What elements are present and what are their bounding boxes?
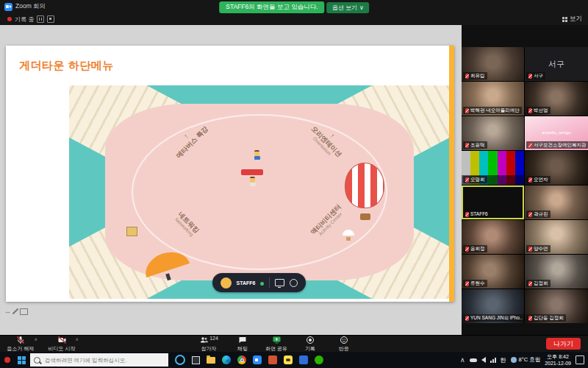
mic-muted-icon bbox=[528, 212, 532, 217]
record-button[interactable]: 기록 bbox=[293, 336, 327, 353]
network-icon[interactable] bbox=[490, 358, 496, 363]
participants-icon: 124 bbox=[199, 336, 218, 345]
status-online-icon bbox=[260, 282, 264, 286]
chevron-up-icon[interactable]: ∧ bbox=[76, 336, 79, 342]
participant-name-badge: 박선영 bbox=[526, 107, 551, 114]
smiley-icon bbox=[340, 336, 348, 345]
start-video-button[interactable]: ∧ 비디오 시작 bbox=[41, 336, 82, 353]
volume-icon[interactable] bbox=[481, 357, 486, 363]
powerpoint-icon[interactable] bbox=[268, 355, 278, 365]
kakaotalk-icon[interactable] bbox=[283, 355, 293, 365]
mic-muted-icon bbox=[528, 74, 532, 79]
screen-share-banner-group: STAFF6의 화면을 보고 있습니다. 옵션 보기 ∨ bbox=[219, 1, 369, 13]
participant-tile[interactable]: 류현수 bbox=[462, 255, 524, 289]
toolbar-center-group: 124 참가자 채팅 화면 공유 기록 bbox=[192, 336, 361, 353]
crate-icon bbox=[126, 227, 137, 236]
participant-tile[interactable]: 박선영 bbox=[525, 82, 588, 116]
participant-tile[interactable]: 서구 서구 bbox=[525, 47, 588, 81]
chrome-browser-icon[interactable] bbox=[237, 355, 247, 365]
file-explorer-icon[interactable] bbox=[206, 355, 216, 365]
participant-tile[interactable]: 곽규린 bbox=[525, 185, 588, 219]
participant-name: 김단동 김정희 bbox=[534, 315, 564, 321]
weather-widget[interactable]: 8°C 흐림 bbox=[511, 356, 541, 364]
share-screen-icon bbox=[272, 336, 282, 345]
gather-bottom-menu: STAFF6 bbox=[212, 273, 306, 292]
participant-name: 김정희 bbox=[534, 280, 548, 286]
mic-muted-icon bbox=[465, 143, 469, 148]
mic-muted-icon bbox=[528, 177, 532, 183]
language-indicator[interactable]: 한 bbox=[501, 356, 506, 364]
onedrive-icon[interactable] bbox=[470, 358, 477, 362]
participant-name-badge: 오명희 bbox=[463, 176, 487, 183]
chevron-up-icon[interactable]: ∧ bbox=[35, 336, 37, 342]
resize-arrows-icon[interactable]: ↔ bbox=[4, 308, 11, 315]
participant-name-badge: 김정희 bbox=[526, 280, 551, 287]
participants-video-sidebar: 최유림 서구 서구 박혜련 네오아틀리에안 박선영 조윤택 anyedu_sen… bbox=[462, 25, 588, 335]
mic-muted-icon bbox=[465, 74, 469, 79]
stop-recording-button[interactable] bbox=[47, 15, 54, 23]
mic-muted-icon bbox=[465, 177, 469, 183]
cortana-icon[interactable] bbox=[175, 355, 185, 365]
mic-muted-icon bbox=[528, 316, 532, 321]
participant-tile[interactable]: 김단동 김정희 bbox=[525, 289, 588, 323]
participant-name-badge: 김단동 김정희 bbox=[526, 314, 566, 322]
participant-name: 박혜련 네오아틀리에안 bbox=[470, 107, 520, 113]
participant-name-badge: 서구보건소장애인복지관 bbox=[526, 141, 588, 149]
gather-user-name: STAFF6 bbox=[237, 280, 256, 286]
smiley-icon bbox=[290, 279, 298, 287]
participants-button[interactable]: 124 참가자 bbox=[192, 336, 226, 353]
participant-tile[interactable]: 박혜련 네오아틀리에안 bbox=[462, 82, 524, 116]
participant-name: 곽규린 bbox=[534, 211, 548, 217]
participant-tile[interactable]: 최유림 bbox=[462, 47, 524, 81]
participant-name: STAFF6 bbox=[470, 211, 488, 217]
participant-tile[interactable]: anyedu_sengu 서구보건소장애인복지관 bbox=[525, 116, 588, 150]
clock[interactable]: 오후 8:42 2021-12-09 bbox=[545, 353, 571, 367]
player-avatar bbox=[250, 177, 256, 185]
participant-tile[interactable]: 윤희정 bbox=[462, 220, 524, 254]
participant-tile-active-speaker[interactable]: STAFF6 bbox=[462, 185, 524, 219]
taskbar-search[interactable] bbox=[30, 353, 168, 367]
mic-muted-icon bbox=[528, 143, 532, 148]
recorder-indicator-icon[interactable] bbox=[4, 357, 10, 363]
search-input[interactable] bbox=[43, 356, 157, 364]
participant-tile[interactable]: 조윤택 bbox=[462, 116, 524, 150]
chat-button[interactable]: 채팅 bbox=[226, 336, 259, 353]
pencil-icon[interactable] bbox=[12, 308, 18, 314]
participant-tile[interactable]: 양수연 bbox=[525, 220, 588, 254]
status-row: 기록 중 보기 bbox=[0, 13, 588, 25]
reactions-button[interactable]: 반응 bbox=[327, 336, 361, 353]
hot-air-balloon-icon bbox=[345, 163, 386, 226]
window-title: Zoom 회의 bbox=[15, 2, 46, 11]
participant-tile-color-bars[interactable]: 오명희 bbox=[462, 151, 524, 185]
share-screen-button[interactable]: 화면 공유 bbox=[259, 336, 293, 353]
edge-browser-icon[interactable] bbox=[221, 355, 232, 365]
view-layout-button[interactable]: 보기 bbox=[562, 15, 582, 24]
pause-recording-button[interactable] bbox=[37, 15, 44, 23]
view-options-button[interactable]: 옵션 보기 ∨ bbox=[327, 2, 369, 13]
participant-tile[interactable]: YUN SANG JIN의 iPho... bbox=[462, 289, 524, 323]
windows-taskbar: ∧ 한 8°C 흐림 오후 8:42 2021-12-09 bbox=[0, 352, 588, 368]
leave-meeting-button[interactable]: 나가기 bbox=[546, 338, 581, 350]
notification-center-icon[interactable] bbox=[576, 355, 584, 364]
start-button[interactable] bbox=[14, 352, 29, 368]
unmute-button[interactable]: ∧ 음소거 해제 bbox=[0, 336, 41, 353]
participant-name-badge: 박혜련 네오아틀리에안 bbox=[463, 107, 522, 114]
participant-tile[interactable]: 김정희 bbox=[525, 255, 588, 289]
frame-select-icon[interactable] bbox=[20, 308, 28, 315]
system-tray: ∧ 한 8°C 흐림 오후 8:42 2021-12-09 bbox=[460, 353, 588, 367]
tray-expand-icon[interactable]: ∧ bbox=[460, 357, 465, 364]
virtual-background-caption: anyedu_sengu bbox=[525, 130, 588, 135]
band-app-icon[interactable] bbox=[314, 355, 324, 365]
participant-tile[interactable]: 오연자 bbox=[525, 151, 588, 185]
weather-icon bbox=[511, 357, 517, 363]
slide-accent-strip bbox=[449, 46, 454, 302]
hancom-icon[interactable] bbox=[298, 355, 309, 365]
record-icon bbox=[306, 336, 315, 345]
participant-name: 양수연 bbox=[534, 246, 548, 252]
participant-name: 서구보건소장애인복지관 bbox=[534, 142, 586, 148]
task-view-icon[interactable] bbox=[190, 355, 201, 365]
participant-name-badge: 최유림 bbox=[463, 72, 487, 79]
shared-screen-area: 게더타운 하단메뉴 ↑ 메타버스 특강 ↑ 오리엔테이션 Orientation… bbox=[0, 25, 462, 335]
zoom-app-icon[interactable] bbox=[252, 355, 262, 365]
chat-icon bbox=[238, 336, 247, 345]
